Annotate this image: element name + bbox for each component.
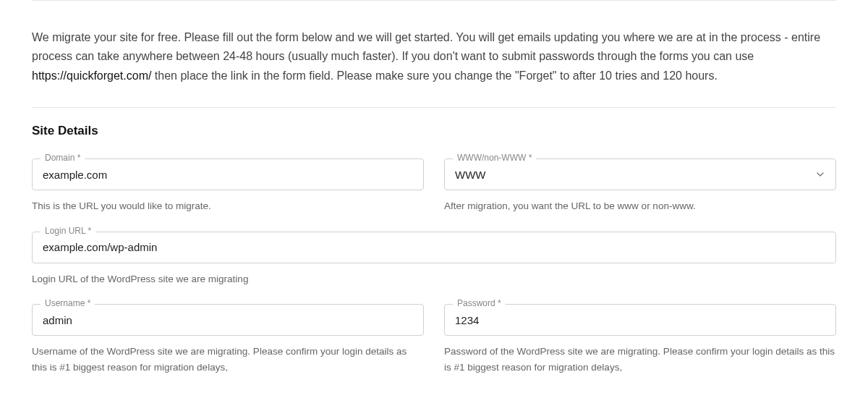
- quickforget-link[interactable]: https://quickforget.com/: [32, 69, 151, 82]
- domain-input[interactable]: [32, 158, 424, 190]
- www-field-col: WWW/non-WWW * After migration, you want …: [444, 158, 836, 214]
- www-select[interactable]: [444, 158, 836, 190]
- loginurl-label: Login URL *: [41, 226, 95, 236]
- domain-helper: This is the URL you would like to migrat…: [32, 198, 424, 214]
- loginurl-input[interactable]: [32, 232, 836, 263]
- username-field-col: Username * Username of the WordPress sit…: [32, 304, 424, 375]
- www-label: WWW/non-WWW *: [453, 153, 536, 163]
- username-field-wrap: Username *: [32, 304, 424, 336]
- password-label: Password *: [453, 298, 506, 308]
- username-input[interactable]: [32, 304, 424, 336]
- loginurl-field-wrap: Login URL *: [32, 232, 836, 263]
- loginurl-field-col: Login URL * Login URL of the WordPress s…: [32, 232, 836, 287]
- intro-text-1: We migrate your site for free. Please fi…: [32, 31, 820, 62]
- password-field-wrap: Password *: [444, 304, 836, 336]
- form-row-2: Login URL * Login URL of the WordPress s…: [32, 232, 836, 287]
- username-label: Username *: [41, 298, 95, 308]
- password-field-col: Password * Password of the WordPress sit…: [444, 304, 836, 375]
- section-divider: [32, 107, 836, 108]
- www-helper: After migration, you want the URL to be …: [444, 198, 836, 214]
- password-helper: Password of the WordPress site we are mi…: [444, 344, 836, 375]
- username-helper: Username of the WordPress site we are mi…: [32, 344, 424, 375]
- form-row-1: Domain * This is the URL you would like …: [32, 158, 836, 214]
- intro-paragraph: We migrate your site for free. Please fi…: [32, 28, 836, 85]
- loginurl-helper: Login URL of the WordPress site we are m…: [32, 271, 836, 287]
- section-title: Site Details: [32, 124, 836, 138]
- www-field-wrap: WWW/non-WWW *: [444, 158, 836, 190]
- domain-label: Domain *: [41, 153, 85, 163]
- top-divider: [32, 0, 836, 1]
- domain-field-wrap: Domain *: [32, 158, 424, 190]
- form-row-3: Username * Username of the WordPress sit…: [32, 304, 836, 375]
- domain-field-col: Domain * This is the URL you would like …: [32, 158, 424, 214]
- intro-text-2: then place the link in the form field. P…: [151, 69, 717, 82]
- password-input[interactable]: [444, 304, 836, 336]
